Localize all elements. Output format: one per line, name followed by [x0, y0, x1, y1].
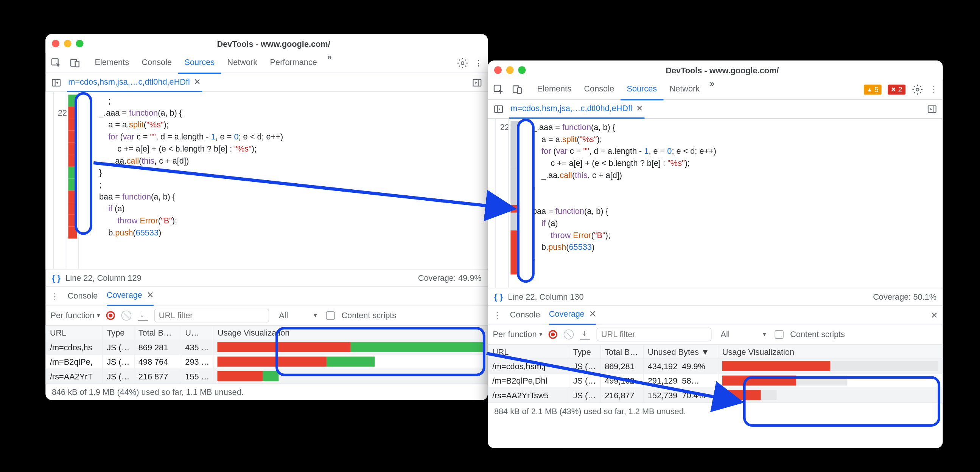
minimize-window-icon[interactable] — [506, 66, 514, 74]
type-filter-dropdown[interactable]: All — [276, 310, 320, 320]
content-scripts-label: Content scripts — [790, 329, 845, 339]
gear-icon[interactable] — [457, 57, 468, 68]
col-unused[interactable]: Unused Bytes ▼ — [644, 345, 718, 359]
clear-icon[interactable] — [121, 310, 132, 320]
col-url[interactable]: URL — [46, 326, 103, 340]
tab-network[interactable]: Network — [663, 79, 706, 100]
tab-performance[interactable]: Performance — [264, 52, 323, 74]
type-filter-dropdown[interactable]: All — [718, 329, 769, 339]
inspect-icon[interactable] — [493, 84, 504, 95]
table-row[interactable]: /m=cdos,hsm,j JS (… 869,281 434,192 49.9… — [488, 359, 943, 373]
drawer-tab-console[interactable]: Console — [510, 305, 540, 324]
traffic-lights[interactable] — [52, 40, 83, 47]
drawer-tab-coverage[interactable]: Coverage ✕ — [107, 286, 154, 306]
file-tab[interactable]: m=cdos,hsm,jsa,…c,dtl0hd,eHDfl ✕ — [509, 100, 644, 118]
coverage-table[interactable]: URL Type Total B… Unused Bytes ▼ Usage V… — [488, 345, 943, 403]
col-unused[interactable]: U… — [181, 326, 213, 340]
col-total[interactable]: Total B… — [134, 326, 181, 340]
file-tab[interactable]: m=cdos,hsm,jsa,…c,dtl0hd,eHDfl ✕ — [67, 73, 202, 92]
drawer-tab-console[interactable]: Console — [68, 287, 98, 305]
drawer-kebab-icon[interactable]: ⋮ — [493, 310, 501, 320]
export-icon[interactable] — [138, 310, 148, 320]
titlebar: DevTools - www.google.com/ — [488, 60, 943, 79]
usage-bar — [218, 371, 484, 381]
tab-console[interactable]: Console — [135, 52, 178, 74]
inspect-icon[interactable] — [51, 57, 62, 68]
coverage-toolbar: Per function All Content scripts — [45, 305, 488, 325]
svg-point-3 — [461, 61, 464, 64]
close-window-icon[interactable] — [52, 40, 59, 47]
close-icon[interactable]: ✕ — [194, 73, 200, 91]
svg-rect-2 — [75, 61, 79, 67]
drawer-close-icon[interactable]: ✕ — [931, 310, 938, 320]
zoom-window-icon[interactable] — [76, 40, 83, 47]
col-usage[interactable]: Usage Visualization — [213, 326, 487, 340]
more-tabs-icon[interactable]: » — [323, 52, 336, 74]
cursor-position: Line 22, Column 129 — [65, 273, 141, 283]
file-tab-row: m=cdos,hsm,jsa,…c,dtl0hd,eHDfl ✕ — [45, 73, 488, 92]
traffic-lights[interactable] — [494, 66, 526, 74]
kebab-icon[interactable]: ⋮ — [930, 85, 938, 94]
usage-bar — [722, 375, 848, 386]
export-icon[interactable] — [581, 329, 591, 339]
pretty-print-icon[interactable]: { } — [52, 273, 60, 283]
url-filter-input[interactable] — [597, 327, 712, 341]
content-scripts-checkbox[interactable] — [775, 330, 784, 339]
device-toggle-icon[interactable] — [70, 57, 81, 68]
gear-icon[interactable] — [912, 84, 923, 95]
table-row[interactable]: /rs=AA2YrT JS (… 216 877 155 … — [46, 369, 487, 383]
close-window-icon[interactable] — [494, 66, 502, 74]
titlebar: DevTools - www.google.com/ — [45, 34, 488, 53]
kebab-icon[interactable]: ⋮ — [474, 58, 483, 68]
line-number: 22 — [45, 106, 67, 119]
coverage-mode-dropdown[interactable]: Per function — [493, 329, 542, 339]
debugger-toggle-icon[interactable] — [926, 103, 938, 114]
coverage-table[interactable]: URL Type Total B… U… Usage Visualization… — [45, 326, 488, 384]
table-row[interactable]: /m=B2qlPe, JS (… 498 764 293 … — [46, 355, 487, 369]
url-filter-input[interactable] — [154, 308, 269, 322]
drawer-kebab-icon[interactable]: ⋮ — [51, 291, 59, 301]
record-icon[interactable] — [549, 330, 557, 339]
content-scripts-checkbox[interactable] — [326, 310, 335, 319]
device-toggle-icon[interactable] — [512, 84, 523, 95]
coverage-strip — [511, 119, 519, 288]
navigator-toggle-icon[interactable] — [51, 77, 62, 88]
code-editor[interactable]: 22 ; _.aaa = function(a, b) { a = — [45, 92, 488, 269]
drawer-tab-coverage[interactable]: Coverage ✕ — [549, 305, 596, 325]
content-scripts-label: Content scripts — [341, 310, 396, 320]
coverage-mode-dropdown[interactable]: Per function — [51, 310, 100, 320]
status-bar: { } Line 22, Column 129 Coverage: 49.9% — [45, 269, 488, 287]
col-type[interactable]: Type — [569, 345, 601, 359]
coverage-label: Coverage: 50.1% — [873, 292, 937, 302]
tab-sources[interactable]: Sources — [620, 79, 663, 100]
line-gutter: 22 — [45, 92, 68, 269]
table-row[interactable]: /m=cdos,hs JS (… 869 281 435 … — [46, 340, 487, 354]
code-editor[interactable]: 22 _.aaa = function(a, b) { a = a.split(… — [488, 119, 943, 288]
warnings-badge[interactable]: 5 — [864, 84, 881, 95]
debugger-toggle-icon[interactable] — [471, 77, 483, 88]
close-icon[interactable]: ✕ — [589, 309, 596, 318]
col-usage[interactable]: Usage Visualization — [718, 345, 943, 359]
table-row[interactable]: /m=B2qlPe,Dhl JS (… 499,102 291,129 58… — [488, 373, 943, 388]
tab-network[interactable]: Network — [221, 52, 264, 74]
main-toolbar: Elements Console Sources Network Perform… — [45, 53, 488, 73]
col-url[interactable]: URL — [488, 345, 569, 359]
errors-badge[interactable]: 2 — [888, 84, 905, 95]
tab-console[interactable]: Console — [578, 79, 620, 100]
minimize-window-icon[interactable] — [64, 40, 72, 47]
close-icon[interactable]: ✕ — [147, 290, 154, 300]
tab-elements[interactable]: Elements — [531, 79, 578, 100]
col-total[interactable]: Total B… — [600, 345, 644, 359]
line-number: 22 — [488, 121, 509, 133]
zoom-window-icon[interactable] — [518, 66, 525, 74]
pretty-print-icon[interactable]: { } — [494, 292, 503, 302]
clear-icon[interactable] — [564, 329, 574, 339]
tab-elements[interactable]: Elements — [89, 52, 135, 74]
col-type[interactable]: Type — [103, 326, 134, 340]
table-row[interactable]: /rs=AA2YrTsw5 JS (… 216,877 152,739 70.4… — [488, 388, 943, 402]
close-icon[interactable]: ✕ — [636, 100, 643, 117]
more-tabs-icon[interactable]: » — [706, 79, 718, 100]
tab-sources[interactable]: Sources — [178, 52, 221, 74]
record-icon[interactable] — [106, 310, 115, 319]
navigator-toggle-icon[interactable] — [493, 103, 504, 114]
